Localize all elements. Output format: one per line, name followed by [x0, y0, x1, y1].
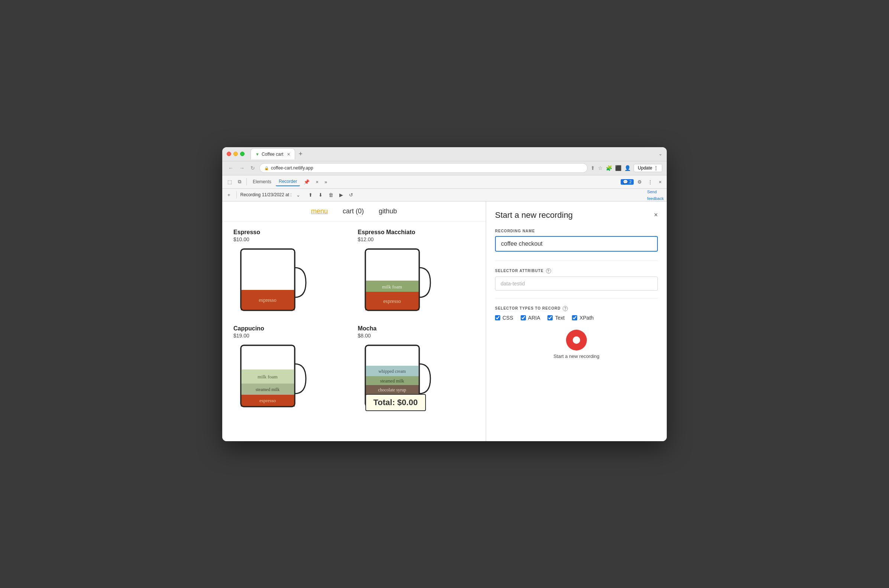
send-feedback-link[interactable]: Send feedback: [647, 189, 664, 201]
selector-types-help-icon[interactable]: ?: [563, 306, 568, 311]
update-button[interactable]: Update ⋮: [634, 164, 662, 172]
url-bar: ← → ↻ 🔒 coffee-cart.netlify.app ⬆ ☆ 🧩 ⬛ …: [222, 161, 667, 176]
coffee-name-espresso: Espresso: [233, 229, 351, 236]
checkbox-row: CSS ARIA Text XPath: [495, 315, 658, 321]
svg-text:whipped cream: whipped cream: [378, 369, 406, 374]
url-input[interactable]: 🔒 coffee-cart.netlify.app: [259, 163, 588, 173]
svg-text:steamed milk: steamed milk: [256, 387, 279, 392]
tab-recorder[interactable]: Recorder: [276, 177, 300, 186]
checkbox-xpath[interactable]: XPath: [572, 315, 594, 321]
coffee-item-mocha[interactable]: Mocha $8.00 whipped cream steamed milk: [358, 325, 475, 414]
devtools-more-icon[interactable]: ⋮: [646, 178, 655, 186]
nav-menu[interactable]: menu: [311, 207, 328, 215]
play-btn[interactable]: ▶: [337, 191, 345, 198]
share-icon[interactable]: ⬆: [591, 165, 595, 171]
coffee-price-espresso: $10.00: [233, 236, 351, 242]
recording-form: Start a new recording × RECORDING NAME S…: [486, 201, 667, 441]
total-banner: Total: $0.00: [365, 394, 426, 411]
selector-attr-help-icon[interactable]: ?: [546, 268, 551, 273]
devtools-panel: Start a new recording × RECORDING NAME S…: [486, 201, 667, 441]
close-recorder-tab-btn[interactable]: ×: [313, 178, 321, 186]
device-toolbar-btn[interactable]: ⧉: [235, 177, 243, 186]
reload-button[interactable]: ↻: [249, 164, 256, 172]
checkbox-css[interactable]: CSS: [495, 315, 513, 321]
coffee-item-cappucino[interactable]: Cappucino $19.00 milk foam steamed milk: [233, 325, 351, 414]
svg-text:espresso: espresso: [259, 398, 276, 403]
more-tabs-btn[interactable]: »: [322, 178, 329, 186]
recording-bar: + Recording 11/23/2022 at : ⌄ ⬆ ⬇ 🗑 ▶ ↺ …: [222, 189, 667, 201]
update-menu-icon: ⋮: [654, 165, 658, 171]
coffee-price-mocha: $8.00: [358, 333, 475, 339]
tab-close-button[interactable]: ×: [287, 151, 290, 157]
svg-text:milk foam: milk foam: [382, 284, 402, 290]
checkbox-xpath-input[interactable]: [572, 315, 577, 320]
sidebar-icon[interactable]: ⬛: [615, 165, 621, 171]
maximize-traffic-light[interactable]: [240, 152, 244, 156]
recording-name-label: Recording 11/23/2022 at :: [240, 192, 292, 197]
close-form-button[interactable]: ×: [654, 211, 658, 219]
pin-icon[interactable]: 📌: [301, 178, 312, 186]
site-nav: menu cart (0) github: [222, 201, 486, 222]
start-recording-button[interactable]: [566, 330, 587, 351]
forward-button[interactable]: →: [238, 164, 246, 172]
replay-btn[interactable]: ↺: [347, 191, 355, 198]
back-button[interactable]: ←: [227, 164, 235, 172]
cup-mocha: whipped cream steamed milk chocolate syr…: [358, 342, 432, 414]
url-text: coffee-cart.netlify.app: [271, 165, 313, 171]
coffee-price-macchiato: $12.00: [358, 236, 475, 242]
checkbox-text-label: Text: [555, 315, 565, 321]
checkbox-aria[interactable]: ARIA: [521, 315, 540, 321]
new-tab-button[interactable]: +: [297, 150, 305, 158]
start-recording-label: Start a new recording: [553, 354, 600, 359]
svg-text:espresso: espresso: [259, 297, 276, 303]
checkbox-aria-input[interactable]: [521, 315, 526, 320]
tab-elements[interactable]: Elements: [250, 178, 274, 186]
nav-cart[interactable]: cart (0): [343, 207, 364, 215]
selector-attr-input[interactable]: data-testid: [495, 276, 658, 291]
devtools-right-actions: 💬 2 ⚙ ⋮ ×: [621, 178, 664, 186]
coffee-name-cappucino: Cappucino: [233, 325, 351, 332]
chat-icon: 💬: [623, 180, 628, 184]
settings-icon[interactable]: ⚙: [635, 178, 644, 186]
title-bar: ▼ Coffee cart × + ⌄: [222, 147, 667, 161]
recording-dropdown-btn[interactable]: ⌄: [294, 191, 303, 198]
recording-name-section-label: RECORDING NAME: [495, 229, 658, 233]
delete-btn[interactable]: 🗑: [326, 191, 336, 198]
url-actions: ⬆ ☆ 🧩 ⬛ 👤 Update ⋮: [591, 164, 662, 172]
coffee-item-espresso[interactable]: Espresso $10.00 e: [233, 229, 351, 318]
tab-title: Coffee cart: [262, 152, 283, 157]
checkbox-css-input[interactable]: [495, 315, 500, 320]
traffic-lights: [227, 152, 244, 156]
add-recording-btn[interactable]: +: [225, 191, 233, 198]
form-divider-2: [495, 298, 658, 298]
website-content: menu cart (0) github Espresso $10.00: [222, 201, 486, 441]
export-btn[interactable]: ⬆: [306, 191, 315, 198]
svg-text:espresso: espresso: [383, 298, 401, 304]
download-btn[interactable]: ⬇: [316, 191, 325, 198]
nav-github[interactable]: github: [379, 207, 397, 215]
tab-list-chevron[interactable]: ⌄: [658, 151, 662, 156]
recording-name-input[interactable]: [495, 236, 658, 252]
devtools-separator: [246, 178, 247, 186]
checkbox-text[interactable]: Text: [547, 315, 565, 321]
coffee-grid: Espresso $10.00 e: [222, 222, 486, 422]
active-tab[interactable]: ▼ Coffee cart ×: [250, 148, 295, 159]
svg-text:chocolate syrup: chocolate syrup: [378, 387, 406, 393]
lock-icon: 🔒: [264, 166, 269, 170]
coffee-item-macchiato[interactable]: Espresso Macchiato $12.00 milk foam: [358, 229, 475, 318]
cup-espresso: espresso: [233, 245, 308, 318]
issues-badge[interactable]: 💬 2: [621, 179, 634, 185]
minimize-traffic-light[interactable]: [233, 152, 238, 156]
inspect-element-btn[interactable]: ⬚: [225, 178, 234, 186]
profile-icon[interactable]: 👤: [624, 165, 631, 171]
close-traffic-light[interactable]: [227, 152, 231, 156]
svg-text:milk foam: milk foam: [258, 374, 277, 380]
checkbox-xpath-label: XPath: [579, 315, 594, 321]
record-inner-circle: [573, 336, 580, 344]
close-devtools-btn[interactable]: ×: [656, 178, 664, 186]
bookmark-icon[interactable]: ☆: [598, 165, 603, 171]
extensions-icon[interactable]: 🧩: [606, 165, 612, 171]
checkbox-text-input[interactable]: [547, 315, 553, 320]
form-divider-1: [495, 261, 658, 261]
tab-bar: ▼ Coffee cart × + ⌄: [250, 148, 662, 159]
